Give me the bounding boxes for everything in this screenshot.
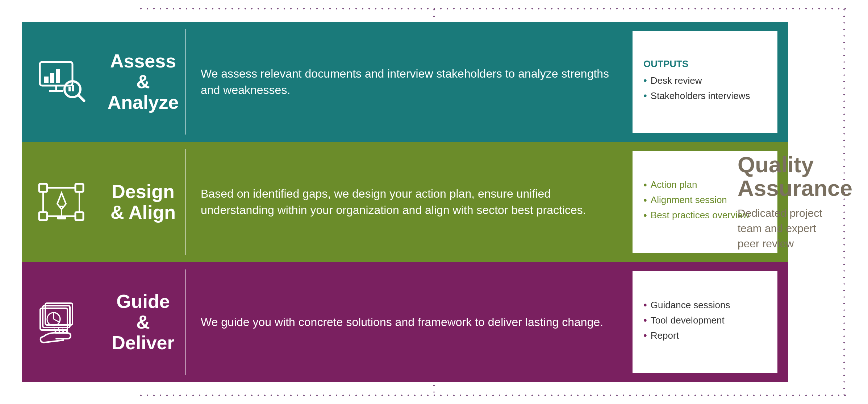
assess-description: We assess relevant documents and intervi… (201, 66, 614, 98)
assess-icon-area (22, 22, 101, 142)
guide-desc-area: We guide you with concrete solutions and… (186, 262, 629, 382)
svg-rect-4 (50, 73, 54, 83)
assess-outputs-list: Desk review Stakeholders interviews (643, 75, 767, 105)
assess-icon (36, 57, 87, 107)
assess-outputs-title: OUTPUTS (643, 58, 767, 70)
assess-title-area: Assess &Analyze (101, 22, 185, 142)
row-design: Design& Align Based on identified gaps, … (22, 142, 788, 262)
svg-rect-3 (44, 77, 49, 83)
svg-line-27 (54, 319, 59, 322)
svg-line-30 (63, 329, 63, 333)
qa-description: Dedicated project team and expert peer r… (738, 206, 839, 251)
row-guide: Guide &Deliver We guide you with concret… (22, 262, 788, 382)
guide-icon (36, 297, 87, 347)
svg-line-7 (78, 95, 84, 101)
guide-outputs-list: Guidance sessions Tool development Repor… (643, 299, 767, 345)
design-desc-area: Based on identified gaps, we design your… (186, 142, 629, 262)
row-assess: Assess &Analyze We assess relevant docum… (22, 22, 788, 142)
assess-title: Assess &Analyze (108, 51, 179, 113)
guide-title-area: Guide &Deliver (101, 262, 185, 382)
list-item: Report (643, 330, 767, 341)
guide-description: We guide you with concrete solutions and… (201, 314, 603, 330)
list-item: Tool development (643, 314, 767, 326)
dot-border-top (138, 7, 846, 11)
design-icon-area (22, 142, 101, 262)
design-title: Design& Align (110, 181, 176, 223)
list-item: Desk review (643, 75, 767, 86)
qa-sidebar: QualityAssurance Dedicated project team … (738, 153, 839, 251)
svg-rect-5 (56, 69, 60, 83)
list-item: Guidance sessions (643, 299, 767, 311)
svg-rect-21 (57, 216, 66, 219)
qa-title: QualityAssurance (738, 153, 839, 200)
guide-title: Guide &Deliver (109, 291, 178, 354)
svg-rect-12 (39, 212, 47, 220)
guide-outputs-box: Guidance sessions Tool development Repor… (633, 271, 777, 373)
guide-icon-area (22, 262, 101, 382)
assess-outputs-box: OUTPUTS Desk review Stakeholders intervi… (633, 31, 777, 133)
dot-border-bottom (138, 393, 846, 397)
main-container: Assess &Analyze We assess relevant docum… (22, 22, 788, 382)
list-item: Stakeholders interviews (643, 90, 767, 102)
design-title-area: Design& Align (101, 142, 185, 262)
design-icon (36, 177, 87, 227)
svg-rect-9 (72, 85, 74, 91)
svg-rect-10 (39, 184, 47, 192)
svg-rect-11 (75, 184, 83, 192)
design-description: Based on identified gaps, we design your… (201, 186, 614, 218)
dot-border-right (842, 7, 846, 397)
svg-rect-13 (75, 212, 83, 220)
assess-desc-area: We assess relevant documents and intervi… (186, 22, 629, 142)
svg-rect-8 (68, 87, 71, 91)
